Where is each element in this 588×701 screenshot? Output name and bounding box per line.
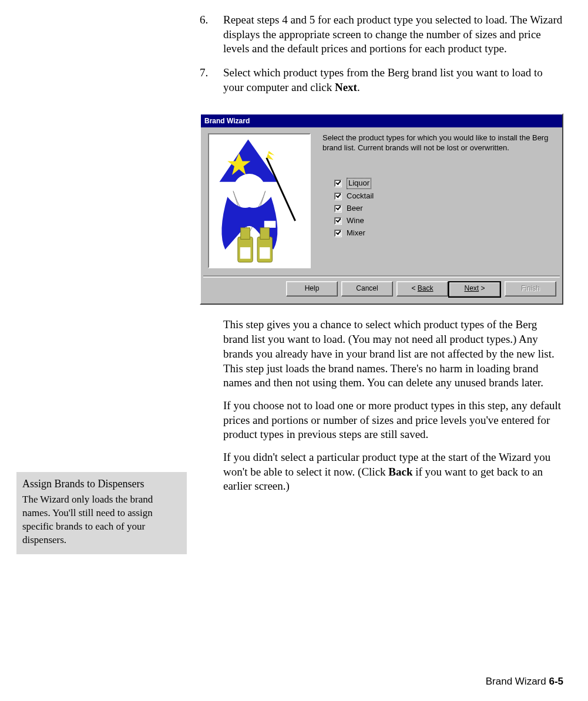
check-icon xyxy=(334,230,342,237)
check-icon xyxy=(334,217,342,225)
footer-label: Brand Wizard xyxy=(486,676,549,687)
checkbox-label: Beer xyxy=(347,204,362,214)
checkbox-beer[interactable]: Beer xyxy=(334,204,555,214)
sidebar-callout: Assign Brands to Dispensers The Wizard o… xyxy=(16,472,187,554)
checkbox-label: Mixer xyxy=(347,228,365,238)
callout-body: The Wizard only loads the brand names. Y… xyxy=(22,493,181,547)
separator xyxy=(203,275,560,278)
svg-rect-10 xyxy=(260,228,270,240)
wizard-icon xyxy=(209,134,310,267)
svg-point-2 xyxy=(233,174,266,207)
brand-wizard-window: Brand Wizard xyxy=(200,113,563,305)
check-icon xyxy=(334,205,342,213)
svg-rect-8 xyxy=(240,248,251,259)
checkbox-label: Cocktail xyxy=(347,191,374,201)
checkbox-label: Liquor xyxy=(347,178,371,189)
step-6-text: Repeat steps 4 and 5 for each product ty… xyxy=(223,13,564,56)
svg-rect-11 xyxy=(260,248,270,259)
main-content: 6. Repeat steps 4 and 5 for each product… xyxy=(200,13,564,494)
step-7: 7. Select which product types from the B… xyxy=(200,66,564,95)
cancel-button[interactable]: Cancel xyxy=(341,281,393,296)
page-footer: Brand Wizard 6-5 xyxy=(486,675,563,688)
step-7-text: Select which product types from the Berg… xyxy=(223,66,564,95)
checkbox-mixer[interactable]: Mixer xyxy=(334,228,555,238)
dialog-instruction: Select the product types for which you w… xyxy=(322,133,555,153)
step-6-number: 6. xyxy=(200,13,223,56)
explanatory-paragraph-3: If you didn't select a particular produc… xyxy=(223,450,564,494)
help-button[interactable]: Help xyxy=(286,281,338,296)
checkbox-label: Wine xyxy=(347,216,364,226)
back-button[interactable]: < Back xyxy=(397,281,448,296)
wizard-illustration xyxy=(208,133,311,268)
callout-title: Assign Brands to Dispensers xyxy=(22,477,181,491)
checkbox-wine[interactable]: Wine xyxy=(334,216,555,226)
step-6: 6. Repeat steps 4 and 5 for each product… xyxy=(200,13,564,56)
step-7-number: 7. xyxy=(200,66,223,95)
explanatory-paragraph-2: If you choose not to load one or more pr… xyxy=(223,399,564,442)
checkbox-cocktail[interactable]: Cocktail xyxy=(334,191,555,201)
brand-wizard-dialog-screenshot: Brand Wizard xyxy=(200,113,564,305)
footer-page-number: 6-5 xyxy=(549,676,563,687)
finish-button: Finish xyxy=(505,281,556,296)
check-icon xyxy=(334,180,342,187)
explanatory-paragraph-1: This step gives you a chance to select w… xyxy=(223,318,564,390)
window-titlebar: Brand Wizard xyxy=(201,114,562,127)
check-icon xyxy=(334,193,342,200)
next-button[interactable]: Next > xyxy=(448,281,501,298)
product-type-checkboxes: Liquor Cocktail Beer xyxy=(334,178,555,238)
checkbox-liquor[interactable]: Liquor xyxy=(334,178,555,189)
dialog-button-row: Help Cancel < Back Next > Finish xyxy=(201,281,562,304)
svg-rect-7 xyxy=(241,228,250,240)
svg-rect-3 xyxy=(264,221,276,228)
window-title: Brand Wizard xyxy=(204,117,250,125)
